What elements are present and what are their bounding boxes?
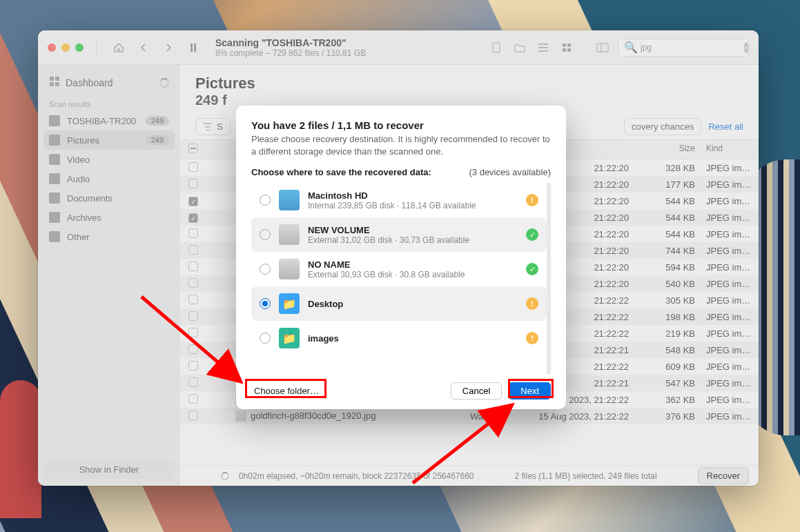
select-all-checkbox[interactable] xyxy=(188,144,198,153)
file-kind: JPEG ima… xyxy=(701,391,759,408)
file-kind: JPEG ima… xyxy=(701,226,759,243)
svg-rect-2 xyxy=(493,43,500,52)
list-view-icon[interactable] xyxy=(534,38,553,57)
devices-count: (3 devices available) xyxy=(469,167,551,177)
sidebar-item-other[interactable]: Other xyxy=(43,227,175,246)
destination-details: External 31,02 GB disk · 30,73 GB availa… xyxy=(308,235,518,245)
grid-view-icon[interactable] xyxy=(557,38,576,57)
row-checkbox[interactable] xyxy=(188,262,198,271)
document-view-icon[interactable] xyxy=(487,38,506,57)
destination-name: Macintosh HD xyxy=(308,190,518,201)
sidebar-item-label: Other xyxy=(67,232,90,242)
sidebar-item-label: Pictures xyxy=(67,135,99,146)
destination-name: Desktop xyxy=(308,299,518,309)
sidebar-item-video[interactable]: Video xyxy=(43,150,175,169)
choose-folder-button[interactable]: Choose folder… xyxy=(251,383,322,399)
file-date: 15 Aug 2023, 21:22:22 xyxy=(513,408,634,425)
row-checkbox[interactable] xyxy=(188,278,198,288)
drive-icon xyxy=(279,190,300,210)
sidebar: Dashboard Scan results TOSHIBA-TR200249P… xyxy=(38,65,180,486)
row-checkbox[interactable] xyxy=(188,228,198,238)
row-checkbox[interactable] xyxy=(188,213,198,223)
destination-images[interactable]: 📁images xyxy=(251,321,547,355)
destination-list[interactable]: Macintosh HDInternal 239,85 GB disk · 11… xyxy=(251,183,551,374)
window-controls xyxy=(48,43,84,52)
file-kind: JPEG ima… xyxy=(701,342,759,359)
sidebar-item-label: Video xyxy=(67,155,90,165)
zoom-window-icon[interactable] xyxy=(75,43,84,52)
file-kind: JPEG ima… xyxy=(701,308,759,326)
svg-rect-6 xyxy=(567,48,571,52)
show-in-finder-button[interactable]: Show in Finder xyxy=(43,460,175,479)
documents-icon xyxy=(49,193,60,204)
svg-rect-0 xyxy=(191,43,193,52)
check-icon xyxy=(526,263,538,275)
destination-no-name[interactable]: NO NAMEExternal 30,93 GB disk · 30,8 GB … xyxy=(251,252,547,286)
svg-rect-1 xyxy=(194,43,196,52)
reset-all-link[interactable]: Reset all xyxy=(708,121,743,132)
destination-radio[interactable] xyxy=(260,229,271,240)
page-title: Pictures xyxy=(195,75,743,92)
forward-button[interactable] xyxy=(159,38,178,57)
choose-label: Choose where to save the recovered data: xyxy=(251,167,431,177)
file-kind: JPEG ima… xyxy=(701,408,759,425)
row-checkbox[interactable] xyxy=(188,245,198,255)
pause-button[interactable] xyxy=(184,38,203,57)
status-spinner-icon xyxy=(221,472,229,480)
close-window-icon[interactable] xyxy=(48,43,56,52)
destination-radio[interactable] xyxy=(260,298,271,309)
search-input[interactable] xyxy=(641,43,744,52)
destination-name: NEW VOLUME xyxy=(308,225,518,235)
file-size: 540 KB xyxy=(634,275,701,293)
file-size: 305 KB xyxy=(634,292,701,309)
column-kind[interactable]: Kind xyxy=(701,140,759,159)
destination-desktop[interactable]: 📁Desktop xyxy=(251,286,547,321)
cancel-button[interactable]: Cancel xyxy=(451,382,502,400)
destination-radio[interactable] xyxy=(260,264,271,275)
recover-button[interactable]: Recover xyxy=(698,467,749,484)
column-size[interactable]: Size xyxy=(634,140,701,159)
sidebar-item-audio[interactable]: Audio xyxy=(43,169,175,188)
clear-search-icon[interactable]: × xyxy=(744,42,748,53)
file-kind: JPEG ima… xyxy=(701,193,759,210)
minimize-window-icon[interactable] xyxy=(61,43,70,52)
search-icon: 🔍 xyxy=(624,41,638,54)
home-button[interactable] xyxy=(109,38,128,57)
destination-name: images xyxy=(308,333,518,344)
sidebar-item-toshiba-tr200[interactable]: TOSHIBA-TR200249 xyxy=(43,111,175,130)
file-kind: JPEG ima… xyxy=(701,242,759,259)
recovery-chances-button[interactable]: covery chances xyxy=(624,118,701,135)
back-button[interactable] xyxy=(134,38,153,57)
sidebar-item-label: Archives xyxy=(67,213,101,223)
file-kind: JPEG ima… xyxy=(701,176,759,193)
svg-rect-10 xyxy=(55,77,59,81)
file-size: 362 KB xyxy=(634,391,701,408)
sidebar-item-documents[interactable]: Documents xyxy=(43,188,175,208)
destination-radio[interactable] xyxy=(260,195,271,206)
row-checkbox[interactable] xyxy=(188,179,198,188)
row-checkbox[interactable] xyxy=(188,411,198,420)
file-size: 376 KB xyxy=(634,408,701,425)
sidebar-item-archives[interactable]: Archives xyxy=(43,208,175,227)
destination-name: NO NAME xyxy=(308,259,518,270)
pictures-icon xyxy=(49,135,60,146)
dialog-description: Please choose recovery destination. It i… xyxy=(251,133,551,157)
filter-button-1[interactable]: S xyxy=(195,118,231,135)
next-button[interactable]: Next xyxy=(509,382,551,400)
sidebar-item-pictures[interactable]: Pictures249 xyxy=(43,130,175,150)
sidebar-dashboard[interactable]: Dashboard xyxy=(43,72,175,93)
destination-radio[interactable] xyxy=(260,333,271,344)
folder-view-icon[interactable] xyxy=(510,38,529,57)
row-checkbox[interactable] xyxy=(188,162,198,172)
file-icon xyxy=(235,411,246,422)
destination-macintosh-hd[interactable]: Macintosh HDInternal 239,85 GB disk · 11… xyxy=(251,183,547,217)
destination-new-volume[interactable]: NEW VOLUMEExternal 31,02 GB disk · 30,73… xyxy=(251,217,547,252)
file-size: 177 KB xyxy=(634,176,701,193)
sidebar-toggle-icon[interactable] xyxy=(593,38,612,57)
dashboard-icon xyxy=(49,76,60,89)
sidebar-badge: 249 xyxy=(146,116,169,126)
sidebar-badge: 249 xyxy=(146,135,169,145)
search-field[interactable]: 🔍 × xyxy=(618,39,749,57)
drive-icon: 📁 xyxy=(279,328,300,348)
row-checkbox[interactable] xyxy=(188,197,198,206)
